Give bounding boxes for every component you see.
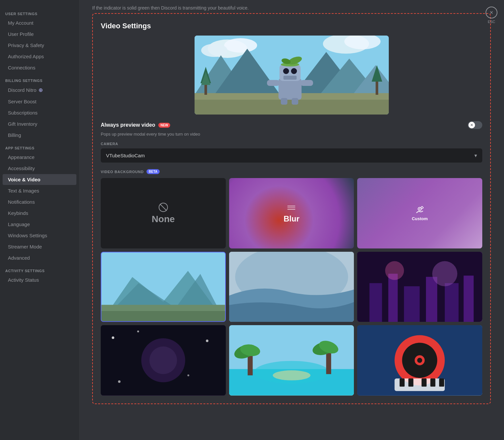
sidebar-item-appearance[interactable]: Appearance <box>3 152 76 163</box>
billing-settings-label: BILLING SETTINGS <box>0 73 79 84</box>
panel-title: Video Settings <box>101 22 482 30</box>
esc-button[interactable]: ✕ ESC <box>486 7 497 24</box>
svg-point-37 <box>421 207 423 209</box>
sidebar-label-notifications: Notifications <box>8 199 35 205</box>
sidebar-item-my-account[interactable]: My Account <box>3 17 76 28</box>
video-background-label: VIDEO BACKGROUND <box>101 170 144 174</box>
custom-label: Custom <box>412 216 428 221</box>
svg-rect-52 <box>445 283 459 322</box>
always-preview-video-left: Always preview video NEW <box>101 122 170 128</box>
sidebar-label-authorized-apps: Authorized Apps <box>8 54 44 59</box>
blur-icon: Blur <box>283 203 299 223</box>
sidebar-label-server-boost: Server Boost <box>8 99 37 104</box>
svg-point-62 <box>187 375 189 376</box>
sidebar-item-text-images[interactable]: Text & Images <box>3 185 76 196</box>
sidebar-label-windows-settings: Windows Settings <box>8 233 47 238</box>
bg-tile-landscape5[interactable] <box>229 325 354 396</box>
esc-label: ESC <box>488 20 495 24</box>
bg-tile-landscape4[interactable] <box>101 325 226 396</box>
video-preview <box>195 36 389 115</box>
svg-rect-80 <box>400 378 405 387</box>
svg-point-63 <box>118 380 121 383</box>
svg-rect-33 <box>287 207 295 208</box>
sidebar-label-accessibility: Accessibility <box>8 166 35 171</box>
svg-rect-81 <box>409 378 413 387</box>
app-settings-label: APP SETTINGS <box>0 141 79 151</box>
blur-label: Blur <box>283 214 299 223</box>
sidebar-item-gift-inventory[interactable]: Gift Inventory <box>3 118 76 129</box>
new-badge: NEW <box>158 123 170 128</box>
sidebar-item-notifications[interactable]: Notifications <box>3 196 76 207</box>
svg-rect-29 <box>292 98 298 105</box>
sidebar-label-discord-nitro: Discord Nitro <box>8 87 37 93</box>
user-settings-label: USER SETTINGS <box>0 7 79 17</box>
svg-rect-28 <box>281 98 287 105</box>
svg-rect-51 <box>426 277 437 322</box>
always-preview-toggle[interactable]: ✕ <box>468 121 482 129</box>
svg-rect-34 <box>287 209 295 210</box>
bg-tile-none[interactable]: None <box>101 178 226 248</box>
sidebar-item-authorized-apps[interactable]: Authorized Apps <box>3 51 76 62</box>
svg-rect-48 <box>370 283 382 322</box>
content-area: Video Settings <box>79 13 504 417</box>
bg-tile-custom[interactable]: Custom <box>357 178 482 248</box>
svg-rect-53 <box>464 275 474 322</box>
activity-settings-label: ACTIVITY SETTINGS <box>0 264 79 274</box>
sidebar-item-keybinds[interactable]: Keybinds <box>3 208 76 219</box>
sidebar-item-subscriptions[interactable]: Subscriptions <box>3 107 76 118</box>
svg-point-2 <box>224 38 257 53</box>
top-hint: If the indicator is solid green then Dis… <box>79 0 504 13</box>
svg-rect-49 <box>388 273 398 322</box>
always-preview-video-row: Always preview video NEW ✕ <box>101 121 482 129</box>
svg-point-59 <box>112 336 114 339</box>
bg-tile-landscape6[interactable] <box>357 325 482 396</box>
sidebar-item-windows-settings[interactable]: Windows Settings <box>3 230 76 241</box>
svg-point-36 <box>419 208 420 210</box>
sidebar-label-billing: Billing <box>8 132 21 138</box>
sidebar-label-streamer-mode: Streamer Mode <box>8 244 42 249</box>
bg-tile-blur[interactable]: Blur <box>229 178 354 248</box>
svg-point-58 <box>149 347 177 374</box>
svg-point-73 <box>273 370 310 380</box>
bg-tile-landscape1[interactable] <box>101 252 226 322</box>
sidebar-item-streamer-mode[interactable]: Streamer Mode <box>3 241 76 252</box>
sidebar-label-keybinds: Keybinds <box>8 210 28 216</box>
svg-rect-82 <box>422 378 427 387</box>
svg-rect-83 <box>431 378 436 387</box>
background-grid: None Blur <box>101 178 482 396</box>
sidebar-label-language: Language <box>8 221 30 227</box>
sidebar-item-server-boost[interactable]: Server Boost <box>3 96 76 107</box>
svg-rect-84 <box>439 378 444 387</box>
sidebar-label-connections: Connections <box>8 65 35 70</box>
sidebar-label-privacy-safety: Privacy & Safety <box>8 42 44 48</box>
bg-tile-landscape2[interactable] <box>229 252 354 322</box>
beta-badge: BETA <box>146 169 160 174</box>
svg-rect-26 <box>267 80 279 86</box>
sidebar-item-connections[interactable]: Connections <box>3 62 76 73</box>
sidebar-item-language[interactable]: Language <box>3 219 76 230</box>
svg-point-3 <box>201 44 227 57</box>
sidebar-item-voice-video[interactable]: Voice & Video <box>3 174 76 185</box>
svg-rect-16 <box>376 80 378 95</box>
always-preview-desc: Pops up preview modal every time you tur… <box>101 132 482 137</box>
bg-tile-landscape3[interactable] <box>357 252 482 322</box>
camera-dropdown[interactable]: VTubeStudioCam ▾ <box>101 148 482 163</box>
sidebar-item-user-profile[interactable]: User Profile <box>3 29 76 39</box>
sidebar-label-advanced: Advanced <box>8 255 30 261</box>
sidebar-label-text-images: Text & Images <box>8 188 39 194</box>
svg-point-60 <box>137 330 139 332</box>
chevron-down-icon: ▾ <box>474 152 477 159</box>
sidebar-item-privacy-safety[interactable]: Privacy & Safety <box>3 40 76 51</box>
main-content: If the indicator is solid green then Dis… <box>79 0 504 440</box>
sidebar-item-discord-nitro[interactable]: Discord Nitro ⊕ <box>3 84 76 96</box>
sidebar-item-activity-status[interactable]: Activity Status <box>3 274 76 285</box>
svg-point-54 <box>385 261 404 280</box>
none-label: None <box>152 214 175 224</box>
sidebar-item-billing[interactable]: Billing <box>3 130 76 141</box>
svg-line-31 <box>160 204 167 211</box>
nitro-icon: ⊕ <box>39 87 43 93</box>
sidebar-item-advanced[interactable]: Advanced <box>3 252 76 263</box>
toggle-knob: ✕ <box>468 122 475 128</box>
sidebar-item-accessibility[interactable]: Accessibility <box>3 163 76 174</box>
svg-point-55 <box>432 261 457 286</box>
